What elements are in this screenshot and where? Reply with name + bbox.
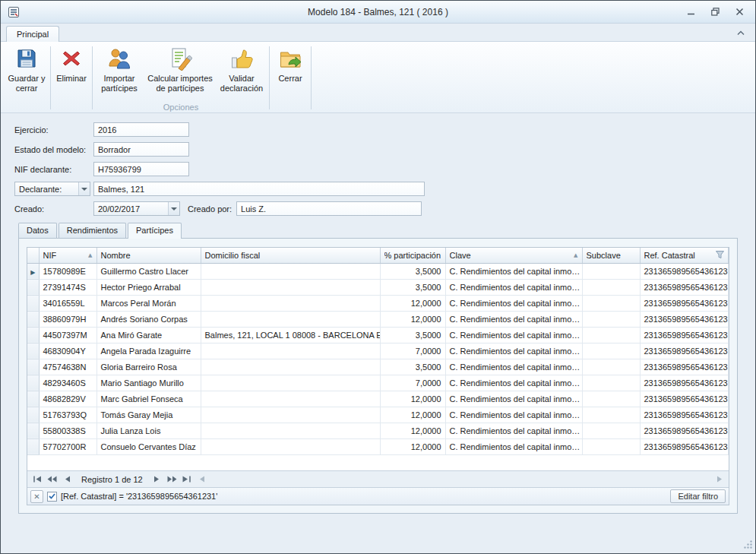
grid-cell[interactable]	[201, 423, 380, 438]
grid-cell[interactable]: 12,0000	[380, 391, 445, 407]
filter-funnel-icon[interactable]	[716, 251, 724, 260]
grid-cell[interactable]: 12,0000	[380, 311, 445, 327]
grid-cell[interactable]	[582, 407, 640, 423]
table-row[interactable]: 51763793QTomás Garay Mejia12,0000C. Rend…	[27, 407, 729, 423]
grid-cell[interactable]: Marc Gabriel Fonseca	[96, 391, 201, 407]
grid-cell[interactable]: C. Rendimientos del capital inmo…	[445, 311, 582, 327]
grid-cell[interactable]: C. Rendimientos del capital inmo…	[445, 263, 582, 279]
grid-cell[interactable]	[582, 263, 640, 279]
grid-cell[interactable]	[582, 311, 640, 327]
grid-cell[interactable]: 3,5000	[380, 279, 445, 295]
grid-cell[interactable]: C. Rendimientos del capital inmo…	[445, 279, 582, 295]
filter-enabled-checkbox[interactable]	[47, 492, 57, 502]
grid-cell[interactable]	[582, 375, 640, 391]
close-form-button[interactable]: Cerrar	[271, 43, 309, 101]
maximize-button[interactable]	[705, 5, 725, 19]
grid-cell[interactable]: Consuelo Cervantes Díaz	[96, 438, 201, 454]
import-participants-button[interactable]: Importar partícipes	[94, 43, 144, 101]
grid-cell[interactable]: 3,5000	[380, 263, 445, 279]
ejercicio-field[interactable]: 2016	[93, 122, 189, 137]
grid-cell[interactable]: 7,0000	[380, 375, 445, 391]
grid-cell[interactable]	[201, 263, 380, 279]
grid-cell[interactable]: 55800338S	[39, 423, 96, 438]
grid-cell[interactable]: 12,0000	[380, 407, 445, 423]
grid-cell[interactable]: Andrés Soriano Corpas	[96, 311, 201, 327]
grid-cell[interactable]	[582, 279, 640, 295]
grid-cell[interactable]: 2313659895654361231	[640, 343, 729, 359]
table-row[interactable]: 46830904YAngela Parada Izaguirre7,0000C.…	[27, 343, 729, 359]
minimize-button[interactable]	[681, 5, 701, 19]
grid-cell[interactable]: 2313659895654361231	[640, 295, 729, 311]
grid-cell[interactable]: 2313659895654361231	[640, 359, 729, 375]
scroll-left-button[interactable]	[195, 473, 210, 486]
grid-cell[interactable]: 48293460S	[39, 375, 96, 391]
grid-cell[interactable]: 44507397M	[39, 327, 96, 343]
table-row[interactable]: 48293460SMario Santiago Murillo7,0000C. …	[27, 375, 729, 391]
column-header-ref-catastral[interactable]: Ref. Catastral	[640, 248, 729, 263]
previous-record-button[interactable]	[60, 473, 74, 486]
column-header-participacion[interactable]: % participación	[380, 248, 445, 263]
grid-cell[interactable]: 46830904Y	[39, 343, 96, 359]
column-header-nif[interactable]: NIF▲	[39, 248, 96, 263]
grid-cell[interactable]: 2313659895654361231	[640, 407, 729, 423]
first-record-button[interactable]	[30, 473, 44, 486]
grid-cell[interactable]	[201, 375, 380, 391]
declarante-selector[interactable]: Declarante:	[14, 182, 90, 196]
grid-cell[interactable]: C. Rendimientos del capital inmo…	[445, 359, 582, 375]
grid-cell[interactable]: 34016559L	[39, 295, 96, 311]
column-header-clave[interactable]: Clave▲	[445, 248, 582, 263]
grid-cell[interactable]: C. Rendimientos del capital inmo…	[445, 343, 582, 359]
table-row[interactable]: 47574638NGloria Barreiro Rosa3,5000C. Re…	[27, 359, 729, 375]
grid-cell[interactable]: Tomás Garay Mejia	[96, 407, 201, 423]
grid-cell[interactable]: Marcos Peral Morán	[96, 295, 201, 311]
column-header-nombre[interactable]: Nombre	[96, 248, 201, 263]
scroll-right-button[interactable]	[712, 473, 726, 486]
grid-cell[interactable]: 15780989E	[39, 263, 96, 279]
grid-cell[interactable]: Gloria Barreiro Rosa	[96, 359, 201, 375]
grid-cell[interactable]: 12,0000	[380, 438, 445, 454]
grid-cell[interactable]	[201, 438, 380, 454]
grid-cell[interactable]: 47574638N	[39, 359, 96, 375]
grid-cell[interactable]: Angela Parada Izaguirre	[96, 343, 201, 359]
grid-cell[interactable]: Hector Priego Arrabal	[96, 279, 201, 295]
last-record-button[interactable]	[180, 473, 195, 486]
column-header-domicilio[interactable]: Domicilio fiscal	[201, 248, 380, 263]
table-row[interactable]: 44507397MAna Miró GarateBalmes, 121, LOC…	[27, 327, 729, 343]
table-row[interactable]: 55800338SJulia Lanza Lois12,0000C. Rendi…	[27, 423, 729, 438]
grid-cell[interactable]: Mario Santiago Murillo	[96, 375, 201, 391]
grid-cell[interactable]	[201, 343, 380, 359]
grid-cell[interactable]: 7,0000	[380, 343, 445, 359]
creado-por-field[interactable]: Luis Z.	[236, 201, 422, 216]
grid-cell[interactable]: 2313659895654361231	[640, 263, 729, 279]
grid-cell[interactable]: C. Rendimientos del capital inmo…	[445, 423, 582, 438]
edit-filter-button[interactable]: Editar filtro	[670, 489, 726, 503]
tab-datos[interactable]: Datos	[18, 223, 57, 238]
grid-cell[interactable]	[582, 343, 640, 359]
grid-cell[interactable]: C. Rendimientos del capital inmo…	[445, 375, 582, 391]
grid-cell[interactable]: 12,0000	[380, 295, 445, 311]
grid-cell[interactable]	[201, 407, 380, 423]
calculate-amounts-button[interactable]: Calcular importes de partícipes	[144, 43, 216, 101]
title-bar[interactable]: Modelo 184 - Balmes, 121 ( 2016 )	[1, 1, 755, 24]
grid-cell[interactable]: Ana Miró Garate	[96, 327, 201, 343]
grid-cell[interactable]	[582, 391, 640, 407]
next-page-button[interactable]	[165, 473, 179, 486]
grid-cell[interactable]	[582, 423, 640, 438]
table-row[interactable]: 57702700RConsuelo Cervantes Díaz12,0000C…	[27, 438, 729, 454]
column-header-subclave[interactable]: Subclave	[582, 248, 640, 263]
resize-grip[interactable]	[743, 540, 753, 551]
grid-cell[interactable]	[201, 359, 380, 375]
table-row[interactable]: ▶15780989EGuillermo Castro Llacer3,5000C…	[27, 263, 729, 279]
next-record-button[interactable]	[150, 473, 164, 486]
table-row[interactable]: 34016559LMarcos Peral Morán12,0000C. Ren…	[27, 295, 729, 311]
grid-cell[interactable]: 3,5000	[380, 327, 445, 343]
grid-cell[interactable]: C. Rendimientos del capital inmo…	[445, 438, 582, 454]
grid-cell[interactable]: 27391474S	[39, 279, 96, 295]
grid-cell[interactable]: 57702700R	[39, 438, 96, 454]
grid-cell[interactable]: C. Rendimientos del capital inmo…	[445, 295, 582, 311]
table-row[interactable]: 27391474SHector Priego Arrabal3,5000C. R…	[27, 279, 729, 295]
grid-cell[interactable]: 48682829V	[39, 391, 96, 407]
table-row[interactable]: 48682829VMarc Gabriel Fonseca12,0000C. R…	[27, 391, 729, 407]
grid-cell[interactable]: 3,5000	[380, 359, 445, 375]
grid-cell[interactable]: 2313659895654361231	[640, 438, 729, 454]
